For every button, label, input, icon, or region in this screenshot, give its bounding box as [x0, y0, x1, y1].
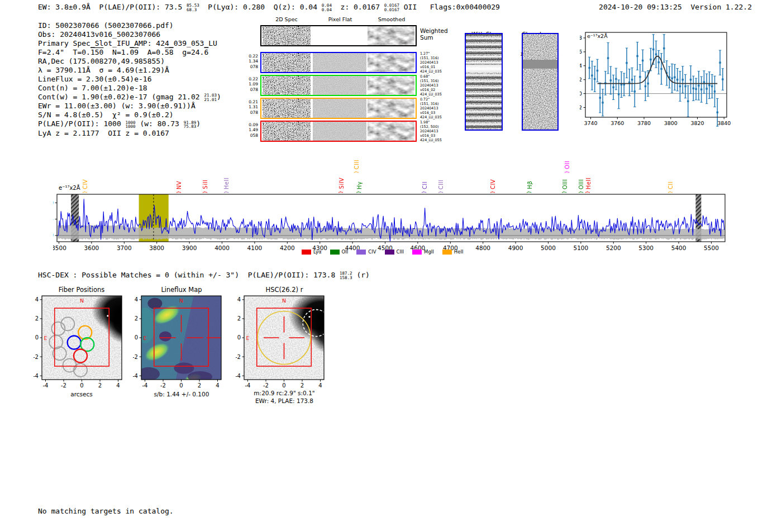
data-point: [693, 88, 694, 89]
emission-line-label: CIII{: [354, 160, 360, 174]
weighted-sum-row: [260, 25, 417, 46]
weighted-sum-label: Weighted Sum: [420, 27, 448, 41]
tick-label: 0: [80, 382, 83, 389]
data-point: [647, 83, 649, 84]
info-line: P(LAE)/P(OII): 1000 10001000 (w: 80.73 9…: [38, 119, 221, 129]
tick-label: -2: [580, 104, 582, 111]
text-segment: OII Flags:0x00400029: [399, 3, 500, 11]
text-segment: (r): [352, 271, 370, 279]
legend-item: Lyα: [302, 249, 322, 255]
info-line: Primary Spec_Slot_IFU_AMP: 424_039_053_L…: [38, 39, 221, 48]
plot-y-units: e⁻¹⁷x2Å: [587, 33, 608, 39]
text-segment: P(LAE)/P(OII): 1000: [38, 119, 126, 128]
data-point: [639, 76, 641, 78]
fiber-positions-panel: N E -4-2024420-2-4: [34, 295, 126, 390]
data-point: [671, 78, 673, 79]
tick-label: 3700: [117, 245, 132, 251]
data-point: [655, 54, 657, 55]
tick-label: 3800: [149, 245, 164, 251]
col-title-2dspec: 2D Spec: [275, 16, 298, 22]
legend-item: HeII: [442, 249, 464, 255]
data-point: [602, 102, 603, 103]
spec2d-rows: [260, 52, 417, 144]
cutout-2dspec-image: [263, 53, 311, 72]
lineflux-caption: s/b: 1.44 +/- 0.100: [131, 391, 232, 397]
legend-swatch: [385, 250, 394, 255]
data-point: [687, 100, 689, 102]
info-line: LineFlux = 2.30(±0.54)e-16: [38, 75, 221, 84]
text-segment: RA,Dec (175.008270,49.985855): [38, 57, 165, 65]
tick-label: 0: [580, 90, 582, 97]
tick-label: 0: [53, 232, 54, 238]
tick-label: 4800: [475, 245, 490, 251]
tick-label: 0: [35, 334, 39, 341]
legend-swatch: [330, 250, 340, 255]
tick-label: 4: [135, 296, 138, 303]
col-title-smoothed: Smoothed: [378, 16, 406, 22]
tick-label: 10: [53, 199, 54, 206]
tick-label: -2: [160, 382, 166, 389]
data-point: [722, 78, 723, 80]
tick-label: 3900: [182, 245, 197, 251]
spec2d-row-left-labels: 0.221.34078: [242, 54, 258, 69]
col-title-pixelflat: Pixel Flat: [328, 16, 352, 22]
info-line: λ = 3790.11Å σ = 4.69(±1.29)Å: [38, 66, 221, 75]
data-point: [626, 62, 627, 64]
weighted-smoothed-image: [368, 26, 414, 45]
cutout-pixelflat-image: [313, 99, 366, 118]
overline-segment: 150: [90, 48, 103, 56]
data-point: [705, 88, 707, 89]
text-segment: HSC-DEX : Possible Matches = 0 (within +…: [38, 271, 340, 279]
text-segment: LineFlux = 2.30(±0.54)e-16: [38, 75, 152, 83]
info-line: EWr = 11.00(±3.00) (w: 3.90(±0.91))Å: [38, 102, 221, 111]
tick-label: 3600: [84, 245, 99, 251]
data-point: [711, 85, 713, 87]
tick-label: -2: [133, 354, 138, 360]
text-segment: (w: 80.73: [136, 119, 184, 128]
data-point: [700, 88, 702, 90]
cutout-smoothed-image: [368, 122, 414, 141]
spec2d-left-labels: 0.221.340780.221.090780.211.310780.091.4…: [242, 52, 258, 144]
data-point: [698, 85, 699, 87]
tick-label: -4: [236, 373, 241, 379]
data-point: [636, 55, 638, 57]
stacked-fraction: 21.0321.01: [204, 93, 217, 102]
text-segment: N=1.: [103, 48, 130, 56]
tick-label: -4: [34, 373, 39, 379]
tick-label: 3740: [584, 120, 597, 126]
data-point: [612, 87, 614, 88]
spec2d-row-right-labels: 0.72"(151, 316)20240413v016_03424_LU_035: [420, 98, 446, 120]
spec2d-row-left-labels: 0.091.49058: [242, 122, 258, 138]
data-point: [607, 57, 609, 59]
stacked-fraction: 85.5368.3: [187, 3, 199, 12]
text-segment: P(Lyα): 0.280 Q(z): 0.04: [199, 3, 322, 11]
lineflux-map-title: Lineflux Map: [136, 286, 227, 294]
stacked-fraction: 91.8975.83: [184, 121, 197, 129]
data-point: [663, 47, 665, 49]
tick-label: 4: [216, 382, 219, 389]
text-segment: Obs: 20240413v016_5002307066: [38, 30, 160, 39]
tick-label: 2: [580, 76, 582, 83]
weighted-2dspec-image: [263, 26, 311, 45]
spec2d-row-left-labels: 0.221.09078: [242, 76, 258, 92]
text-segment: EW: 3.8±0.9Å P(LAE)/P(OII): 73.5: [38, 3, 187, 11]
clean-image-noise: [523, 34, 557, 130]
tick-label: 3780: [637, 120, 651, 126]
east-label: E: [144, 335, 147, 341]
data-point: [660, 68, 662, 70]
info-line: LyA z = 2.1177 OII z = 0.0167: [38, 129, 221, 138]
east-label: E: [246, 335, 250, 341]
text-segment: z: 0.0167: [332, 3, 384, 11]
tick-label: 4000: [214, 245, 230, 251]
data-point: [679, 85, 681, 87]
data-point: [658, 61, 660, 63]
tick-label: -2: [61, 382, 66, 389]
lineflux-map-panel: N E -4-2024420-2-4: [133, 295, 226, 390]
info-line: ID: 5002307066 (5002307066.pdf): [38, 21, 221, 30]
tick-label: 0: [237, 334, 241, 341]
data-point: [684, 85, 686, 87]
full-spectrum-plot: 3500360037003800390040004100420043004400…: [53, 190, 732, 258]
tick-label: 8: [580, 35, 582, 41]
cutout-2dspec-image: [263, 99, 311, 118]
hsc-image-panel: N E -4-2024420-2-4: [236, 295, 328, 390]
